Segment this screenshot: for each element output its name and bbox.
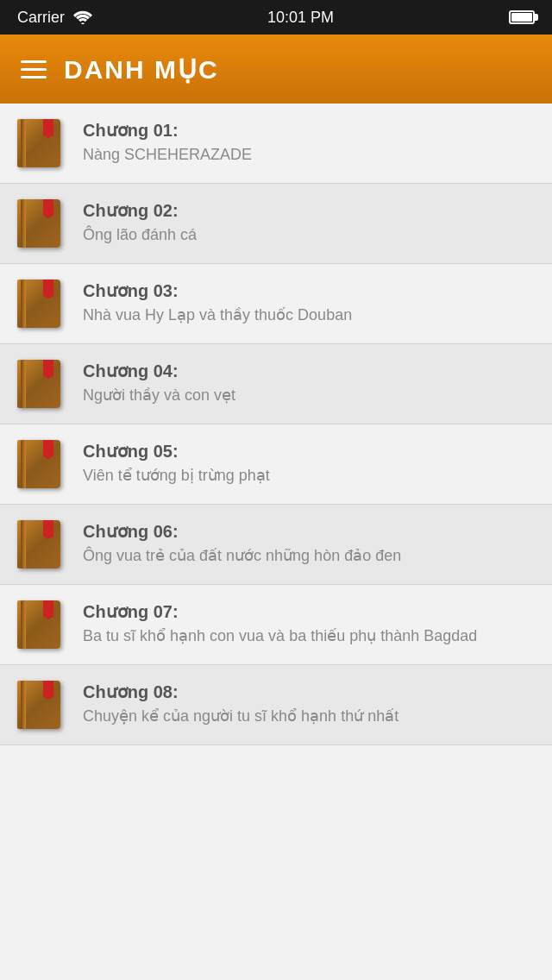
carrier-label: Carrier (17, 9, 65, 27)
chapter-title: Chương 03: (83, 280, 535, 301)
book-icon (17, 280, 66, 328)
list-item[interactable]: Chương 07: Ba tu sĩ khổ hạnh con vua và … (0, 585, 552, 665)
list-item[interactable]: Chương 04: Người thầy và con vẹt (0, 344, 552, 424)
chapter-subtitle: Ba tu sĩ khổ hạnh con vua và ba thiếu ph… (83, 625, 535, 647)
menu-button[interactable] (21, 60, 47, 79)
bookmark-icon (43, 119, 53, 138)
list-item[interactable]: Chương 01: Nàng SCHEHERAZADE (0, 104, 552, 184)
list-item[interactable]: Chương 08: Chuyện kể của người tu sĩ khổ… (0, 665, 552, 745)
bookmark-icon (43, 199, 53, 218)
chapter-subtitle: Nhà vua Hy Lạp và thầy thuốc Douban (83, 305, 535, 326)
chapter-subtitle: Nàng SCHEHERAZADE (83, 144, 535, 166)
app-header: DANH MỤC (0, 35, 552, 104)
list-item[interactable]: Chương 02: Ông lão đánh cá (0, 184, 552, 264)
chapter-subtitle: Viên tể tướng bị trừng phạt (83, 465, 535, 487)
bookmark-icon (43, 440, 53, 459)
bookmark-icon (43, 681, 53, 700)
chapter-text: Chương 04: Người thầy và con vẹt (83, 361, 535, 406)
chapter-text: Chương 07: Ba tu sĩ khổ hạnh con vua và … (83, 601, 535, 647)
list-item[interactable]: Chương 06: Ông vua trẻ của đất nước nhữn… (0, 505, 552, 585)
wifi-icon (73, 10, 92, 24)
svg-point-0 (81, 22, 85, 24)
bookmark-icon (43, 280, 53, 298)
chapter-list: Chương 01: Nàng SCHEHERAZADE Chương 02: … (0, 104, 552, 745)
battery-icon (509, 10, 535, 24)
bookmark-icon (43, 520, 53, 539)
chapter-title: Chương 08: (83, 682, 535, 702)
chapter-subtitle: Ông vua trẻ của đất nước những hòn đảo đ… (83, 545, 535, 567)
header-title: DANH MỤC (64, 54, 219, 85)
chapter-subtitle: Chuyện kể của người tu sĩ khổ hạnh thứ n… (83, 706, 535, 727)
chapter-text: Chương 08: Chuyện kể của người tu sĩ khổ… (83, 682, 535, 727)
chapter-title: Chương 02: (83, 200, 535, 221)
chapter-subtitle: Ông lão đánh cá (83, 224, 535, 246)
bookmark-icon (43, 600, 53, 619)
chapter-text: Chương 06: Ông vua trẻ của đất nước nhữn… (83, 521, 535, 567)
book-icon (17, 199, 66, 248)
status-left: Carrier (17, 9, 92, 27)
chapter-title: Chương 01: (83, 120, 535, 141)
book-icon (17, 600, 66, 649)
book-icon (17, 360, 66, 408)
bookmark-icon (43, 360, 53, 379)
book-icon (17, 119, 66, 167)
book-icon (17, 440, 66, 488)
chapter-title: Chương 04: (83, 361, 535, 381)
status-time: 10:01 PM (267, 9, 334, 27)
book-icon (17, 520, 66, 569)
book-icon (17, 681, 66, 729)
status-bar: Carrier 10:01 PM (0, 0, 552, 35)
chapter-subtitle: Người thầy và con vẹt (83, 385, 535, 406)
chapter-text: Chương 02: Ông lão đánh cá (83, 200, 535, 246)
chapter-text: Chương 03: Nhà vua Hy Lạp và thầy thuốc … (83, 280, 535, 326)
chapter-text: Chương 05: Viên tể tướng bị trừng phạt (83, 441, 535, 487)
chapter-title: Chương 05: (83, 441, 535, 462)
status-right (509, 10, 535, 24)
list-item[interactable]: Chương 03: Nhà vua Hy Lạp và thầy thuốc … (0, 264, 552, 344)
list-item[interactable]: Chương 05: Viên tể tướng bị trừng phạt (0, 424, 552, 505)
chapter-text: Chương 01: Nàng SCHEHERAZADE (83, 120, 535, 166)
chapter-title: Chương 07: (83, 601, 535, 622)
chapter-title: Chương 06: (83, 521, 535, 542)
